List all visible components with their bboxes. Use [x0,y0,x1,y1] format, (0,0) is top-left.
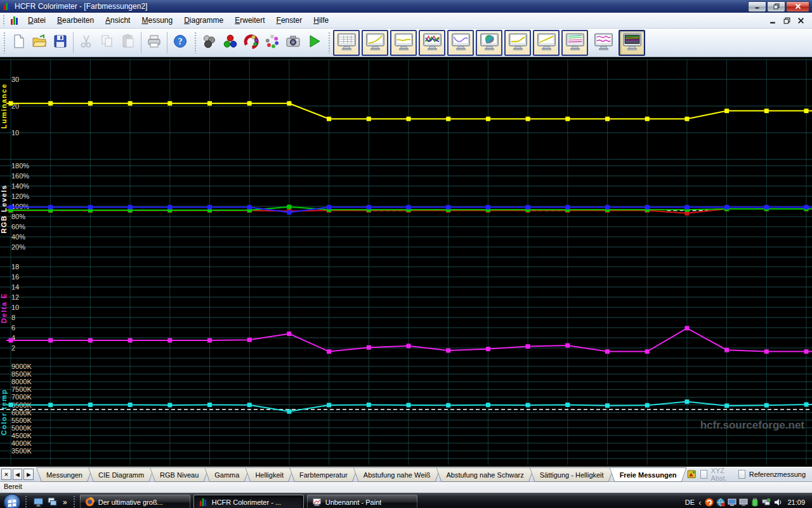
window-switcher-button[interactable] [46,496,58,508]
toolbar-grip[interactable] [194,32,197,53]
cut-button[interactable] [76,32,96,53]
snapshot-button[interactable] [283,32,303,53]
saturation-measure-button[interactable] [262,32,282,53]
globe-icon[interactable] [716,498,725,507]
menu-datei[interactable]: Datei [22,14,51,27]
display-tray-icon[interactable] [728,498,737,507]
task-unbenannt-paint[interactable]: Unbenannt - Paint [307,495,417,508]
start-button[interactable] [3,493,21,508]
task-hcfr-colorimeter[interactable]: HCFR Colorimeter - ... [193,495,304,508]
data-point [287,204,291,209]
tray-expand-chevron[interactable]: ‹ [698,498,701,507]
tab-gamma[interactable]: Gamma [204,467,249,482]
sensor-button[interactable] [199,32,219,53]
taskbar: » Der ultimative groß...HCFR Colorimeter… [0,493,812,508]
data-point [645,349,650,354]
tab-abstufung-nahe-wei-[interactable]: Abstufung nahe Weiß [353,467,441,482]
toolbar-grip[interactable] [328,32,331,53]
data-point [207,101,212,105]
quicklaunch-overflow[interactable]: » [61,498,69,507]
run-measure-button[interactable] [304,32,324,53]
network-icon[interactable] [762,498,771,507]
tab-cie-diagramm[interactable]: CIE Diagramm [88,467,154,482]
color-temp-view-button[interactable] [447,30,474,56]
update-icon[interactable] [705,498,714,507]
monitor-tray-icon[interactable] [739,498,748,507]
menu-ansicht[interactable]: Ansicht [100,14,136,27]
copy-button[interactable] [97,32,117,53]
data-point [486,205,490,210]
task-der-ultimative-gro[interactable]: Der ultimative groß... [80,495,190,508]
data-point [605,205,610,210]
new-file-icon [11,34,26,51]
data-point [804,349,809,354]
menu-diagramme[interactable]: Diagramme [178,14,229,27]
mdi-close-button[interactable] [795,16,807,25]
menu-hilfe[interactable]: Hilfe [308,14,334,27]
reference-checkbox[interactable] [738,470,745,479]
menu-bearbeiten[interactable]: Bearbeiten [51,14,100,27]
rgb-levels-view-button[interactable] [419,30,445,56]
data-point [207,338,212,343]
menu-erweitert[interactable]: Erweitert [229,14,270,27]
volume-icon[interactable] [773,498,782,507]
restore-button[interactable] [767,1,785,12]
luminance-view-button[interactable] [390,30,417,56]
tab-freie-messungen[interactable]: Freie Messungen [610,467,687,482]
data-point [367,117,371,121]
svg-text:20%: 20% [11,243,25,251]
data-point [684,205,689,210]
save-button[interactable] [50,32,70,53]
tab-rgb-niveau[interactable]: RGB Niveau [150,467,209,482]
new-button[interactable] [8,32,29,53]
paste-button[interactable] [118,32,138,53]
gamma-view-button[interactable] [362,30,388,56]
cie-icon [480,32,499,53]
free-measurements-view-button[interactable] [619,30,645,56]
power-icon[interactable] [750,498,759,507]
help-button[interactable]: ? [170,32,190,53]
rgb-measure-button[interactable] [220,32,240,53]
tab-helligkeit[interactable]: Helligkeit [245,467,294,482]
menu-fenster[interactable]: Fenster [271,14,308,27]
measurements-view-button[interactable] [333,30,360,56]
tab-farbtemperatur[interactable]: Farbtemperatur [289,467,358,482]
white-curve-icon [508,32,528,53]
sat-luminance-view-button[interactable] [590,30,617,56]
show-desktop-button[interactable] [32,496,44,508]
tab-prev-button[interactable]: ◀ [13,469,23,480]
task-buttons: Der ultimative groß...HCFR Colorimeter -… [80,495,417,508]
data-point [804,205,809,210]
near-white-view-button[interactable] [504,30,531,56]
language-indicator[interactable]: DE [685,498,695,506]
free-meas-icon [622,32,642,53]
svg-text:Luminance: Luminance [0,83,8,129]
xyz-checkbox[interactable] [700,470,707,479]
data-point [9,205,13,210]
data-point [128,101,133,105]
data-point [764,109,769,113]
menubar-grip[interactable] [3,15,6,26]
toolbar-grip[interactable] [3,32,6,53]
saturation-view-button[interactable] [561,30,588,56]
watermark: hcfr.sourceforge.net [700,419,804,432]
open-button[interactable] [29,32,49,53]
minimize-button[interactable] [748,1,766,12]
menu-messung[interactable]: Messung [136,14,178,27]
tab-abstufung-nahe-schwarz[interactable]: Abstufung nahe Schwarz [436,467,534,482]
mdi-minimize-button[interactable] [767,16,779,25]
near-black-view-button[interactable] [533,30,560,56]
close-button[interactable] [786,1,809,12]
desktop: HCFR Colorimeter - [Farbmessungen2] Date… [0,0,812,508]
tab-next-button[interactable]: ▶ [23,469,34,480]
tab-messungen[interactable]: Messungen [36,467,93,482]
mdi-restore-button[interactable] [781,16,793,25]
svg-text:140%: 140% [11,182,29,190]
svg-text:3500K: 3500K [11,447,32,455]
primaries-measure-button[interactable] [241,32,261,53]
cie-view-button[interactable] [476,30,502,56]
print-button[interactable] [144,32,164,53]
tab-close-button[interactable]: ✕ [1,469,11,480]
data-point [247,403,252,407]
tab-s-ttigung-helligkeit[interactable]: Sättigung - Helligkeit [530,467,614,482]
